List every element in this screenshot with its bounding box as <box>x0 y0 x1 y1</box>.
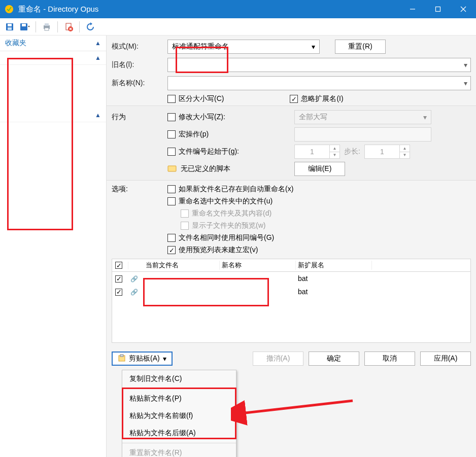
footer: 剪贴板(A) ▾ 撤消(A) 确定 取消 应用(A) <box>107 347 476 370</box>
link-icon: 🔗 <box>130 275 138 283</box>
chevron-down-icon: ▾ <box>423 113 427 121</box>
checkbox-icon <box>167 148 176 156</box>
number-from-checkbox[interactable]: 文件编号起始于(g): <box>167 147 289 156</box>
oldname-label: 旧名(l): <box>112 60 162 69</box>
macro-checkbox[interactable]: 宏操作(p) <box>167 130 289 139</box>
print-icon[interactable] <box>40 20 53 33</box>
checkbox-icon <box>167 95 176 103</box>
checkbox-icon[interactable] <box>115 275 122 283</box>
undo-button: 撤消(A) <box>253 351 303 366</box>
col-current-name: 当前文件名 <box>144 261 220 270</box>
sidebar-section-2[interactable]: ▲ <box>0 51 106 65</box>
mode-value: 标准通配符重命名 <box>172 42 229 51</box>
svg-rect-9 <box>22 24 26 26</box>
mode-select[interactable]: 标准通配符重命名 ▾ <box>167 40 320 54</box>
mode-label: 模式(M): <box>112 42 162 51</box>
delete-icon[interactable] <box>62 20 75 33</box>
menu-reset-new: 重置新文件名(R) <box>122 444 236 457</box>
rename-in-folder-checkbox[interactable]: 重命名选中文件夹中的文件(u) <box>167 197 471 206</box>
col-new-ext: 新扩展名 <box>296 261 372 270</box>
reset-button[interactable]: 重置(R) <box>335 40 386 54</box>
preview-list-header: 当前文件名 新名称 新扩展名 <box>112 259 471 272</box>
ignore-ext-checkbox[interactable]: 忽略扩展名(I) <box>290 94 343 103</box>
case-sensitive-checkbox[interactable]: 区分大小写(C) <box>167 94 224 103</box>
checkbox-icon <box>167 130 176 138</box>
checkbox-icon[interactable] <box>115 289 122 296</box>
svg-rect-11 <box>45 23 49 26</box>
same-name-number-checkbox[interactable]: 文件名相同时使用相同编号(G) <box>167 233 471 242</box>
save-dropdown-icon[interactable] <box>18 20 31 33</box>
close-button[interactable] <box>451 0 476 18</box>
auto-rename-checkbox[interactable]: 如果新文件名已存在则自动重命名(x) <box>167 185 471 194</box>
rename-window: 重命名 - Directory Opus 收藏夹 ▲ ▲ ▲ <box>0 0 476 457</box>
macro-input <box>294 127 431 142</box>
svg-rect-2 <box>436 7 440 12</box>
rename-folder-content-checkbox: 重命名文件夹及其内容(d) <box>167 209 471 218</box>
show-sub-preview-checkbox: 显示子文件夹的预览(w) <box>167 221 471 230</box>
chevron-down-icon: ▾ <box>464 61 467 69</box>
spinner-down-icon[interactable]: ▼ <box>400 152 410 159</box>
col-new-name: 新名称 <box>220 261 296 270</box>
chevron-down-icon: ▾ <box>312 43 315 51</box>
sidebar-section-3[interactable]: ▲ <box>0 109 106 122</box>
menu-copy-old[interactable]: 复制旧文件名(C) <box>122 370 236 388</box>
table-row[interactable]: 🔗 bat <box>112 272 470 285</box>
menu-paste-suffix[interactable]: 粘贴为文件名后缀(A) <box>122 425 236 442</box>
oldname-input[interactable]: ▾ <box>167 58 471 72</box>
link-icon: 🔗 <box>130 289 138 296</box>
menu-paste-new[interactable]: 粘贴新文件名(P) <box>122 390 236 407</box>
clipboard-menu: 复制旧文件名(C) 粘贴新文件名(P) 粘贴为文件名前缀(f) 粘贴为文件名后缀… <box>122 370 236 457</box>
newname-input[interactable]: ▾ <box>167 76 471 90</box>
chevron-down-icon: ▾ <box>464 79 467 87</box>
sidebar-favorites-header[interactable]: 收藏夹 ▲ <box>0 36 106 51</box>
toolbar <box>0 18 476 36</box>
use-preview-checkbox[interactable]: 使用预览列表来建立宏(v) <box>167 245 471 255</box>
titlebar: 重命名 - Directory Opus <box>0 0 476 18</box>
spinner-up-icon[interactable]: ▲ <box>400 145 410 152</box>
minimize-button[interactable] <box>400 0 425 18</box>
checkbox-icon <box>290 95 298 103</box>
app-icon <box>4 4 14 14</box>
chevron-down-icon: ▾ <box>163 355 166 363</box>
step-label: 步长: <box>344 147 360 156</box>
table-row[interactable]: 🔗 bat <box>112 285 470 298</box>
svg-rect-17 <box>168 166 176 171</box>
chevron-up-icon: ▲ <box>95 112 101 119</box>
checkbox-icon[interactable] <box>115 262 122 269</box>
svg-rect-12 <box>45 28 49 30</box>
script-icon <box>167 164 177 174</box>
checkbox-icon <box>167 113 176 121</box>
ok-button[interactable]: 确定 <box>309 351 359 366</box>
sidebar: 收藏夹 ▲ ▲ ▲ <box>0 36 107 457</box>
svg-rect-7 <box>8 27 12 30</box>
window-title: 重命名 - Directory Opus <box>18 5 400 14</box>
options-label: 选项: <box>112 185 162 194</box>
svg-rect-19 <box>120 355 123 357</box>
menu-paste-prefix[interactable]: 粘贴为文件名前缀(f) <box>122 407 236 425</box>
spinner-up-icon[interactable]: ▲ <box>330 145 339 152</box>
chevron-up-icon: ▲ <box>95 40 101 47</box>
preview-list-body[interactable]: 🔗 bat 🔗 bat <box>112 272 471 343</box>
edit-script-button[interactable]: 编辑(E) <box>294 162 345 176</box>
step-spinner[interactable]: 1 ▲▼ <box>364 145 410 159</box>
cancel-button[interactable]: 取消 <box>364 351 415 366</box>
number-start-spinner[interactable]: 1 ▲▼ <box>294 145 340 159</box>
case-select: 全部大写 ▾ <box>294 110 431 124</box>
chevron-up-icon: ▲ <box>95 54 101 61</box>
clipboard-button[interactable]: 剪贴板(A) ▾ <box>112 351 173 366</box>
apply-button[interactable]: 应用(A) <box>420 351 471 366</box>
clipboard-icon <box>118 354 126 364</box>
behavior-label: 行为 <box>112 113 162 122</box>
svg-rect-6 <box>8 24 12 26</box>
refresh-icon[interactable] <box>84 20 97 33</box>
sidebar-favorites-label: 收藏夹 <box>5 39 26 48</box>
no-script-label: 无已定义的脚本 <box>181 164 230 173</box>
spinner-down-icon[interactable]: ▼ <box>330 152 339 159</box>
save-icon[interactable] <box>3 20 16 33</box>
change-case-checkbox[interactable]: 修改大小写(Z): <box>167 113 289 122</box>
newname-label: 新名称(N): <box>112 79 162 88</box>
maximize-button[interactable] <box>425 0 451 18</box>
